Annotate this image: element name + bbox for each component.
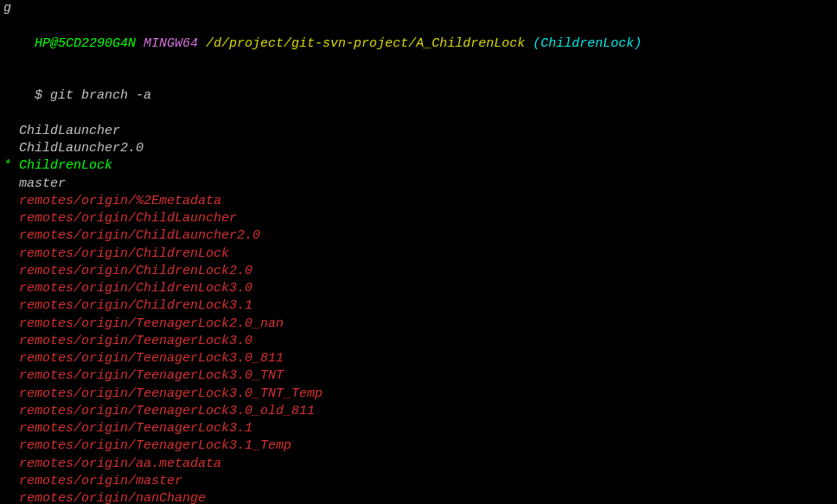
remote-branch-item: remotes/origin/TeenagerLock3.0_TNT [3, 367, 834, 385]
branch-name: remotes/origin/TeenagerLock2.0_nan [19, 316, 284, 331]
remote-branch-item: remotes/origin/TeenagerLock3.0_TNT_Temp [3, 386, 834, 403]
branch-name: remotes/origin/master [19, 474, 182, 488]
remote-branch-item: remotes/origin/TeenagerLock3.1_Temp [3, 437, 834, 455]
local-branch-item: master [3, 175, 834, 193]
command-text: git branch -a [50, 88, 151, 103]
remote-branch-item: remotes/origin/TeenagerLock3.0_811 [3, 350, 834, 367]
branch-marker [3, 175, 19, 193]
branch-indicator: (ChildrenLock) [533, 36, 642, 51]
command-line: $ git branch -a [3, 70, 834, 123]
branch-name: remotes/origin/aa.metadata [19, 456, 221, 471]
prev-output: g [3, 0, 834, 17]
branch-marker [3, 350, 19, 367]
branch-name: ChildLauncher [19, 124, 120, 138]
branch-marker [3, 490, 19, 504]
branch-marker [3, 316, 19, 333]
branch-marker [3, 280, 19, 297]
mingw-label: MINGW64 [144, 36, 198, 51]
branch-marker [3, 403, 19, 420]
branch-name: remotes/origin/ChildrenLock [19, 246, 229, 261]
branch-name: remotes/origin/%2Emetadata [19, 194, 221, 208]
branch-marker [3, 210, 19, 227]
remote-branch-item: remotes/origin/%2Emetadata [3, 193, 834, 210]
prompt-symbol: $ [35, 88, 42, 103]
branch-name: remotes/origin/ChildrenLock3.0 [19, 281, 252, 296]
branch-marker [3, 333, 19, 350]
local-branches-list: ChildLauncher ChildLauncher2.0* Children… [3, 123, 834, 193]
branch-name: remotes/origin/ChildLauncher2.0 [19, 228, 260, 243]
remote-branch-item: remotes/origin/ChildLauncher [3, 210, 834, 227]
branch-name: remotes/origin/ChildrenLock3.1 [19, 298, 252, 313]
remote-branch-item: remotes/origin/TeenagerLock3.0_old_811 [3, 403, 834, 420]
branch-name: ChildLauncher2.0 [19, 141, 144, 156]
branch-marker [3, 367, 19, 385]
remote-branch-item: remotes/origin/ChildrenLock3.1 [3, 297, 834, 315]
branch-name: remotes/origin/ChildrenLock2.0 [19, 264, 252, 278]
remote-branch-item: remotes/origin/TeenagerLock3.0 [3, 333, 834, 350]
branch-marker [3, 246, 19, 263]
user-host: HP@5CD2290G4N [35, 36, 136, 51]
remote-branch-item: remotes/origin/TeenagerLock3.1 [3, 420, 834, 437]
branch-marker [3, 297, 19, 315]
branch-marker [3, 456, 19, 473]
remote-branch-item: remotes/origin/ChildrenLock [3, 246, 834, 263]
remote-branch-item: remotes/origin/nanChange [3, 490, 834, 504]
branch-name: remotes/origin/TeenagerLock3.0_TNT [19, 368, 284, 383]
cwd-path: /d/project/git-svn-project/A_ChildrenLoc… [206, 36, 525, 51]
remote-branch-item: remotes/origin/ChildLauncher2.0 [3, 227, 834, 245]
branch-marker [3, 140, 19, 157]
branch-marker [3, 263, 19, 280]
branch-name: master [19, 176, 66, 191]
remote-branch-item: remotes/origin/master [3, 473, 834, 490]
local-branch-item: ChildLauncher [3, 123, 834, 140]
branch-name: remotes/origin/TeenagerLock3.0_811 [19, 351, 284, 366]
branch-name: ChildrenLock [19, 158, 112, 173]
shell-prompt: HP@5CD2290G4N MINGW64 /d/project/git-svn… [3, 17, 834, 70]
local-branch-item: ChildLauncher2.0 [3, 140, 834, 157]
branch-name: remotes/origin/ChildLauncher [19, 211, 237, 226]
branch-name: remotes/origin/TeenagerLock3.0_TNT_Temp [19, 386, 323, 401]
branch-marker [3, 193, 19, 210]
branch-name: remotes/origin/nanChange [19, 491, 206, 504]
branch-marker [3, 123, 19, 140]
branch-marker [3, 420, 19, 437]
branch-marker [3, 386, 19, 403]
branch-name: remotes/origin/TeenagerLock3.1 [19, 421, 252, 436]
branch-name: remotes/origin/TeenagerLock3.0_old_811 [19, 404, 315, 418]
terminal-output[interactable]: g HP@5CD2290G4N MINGW64 /d/project/git-s… [0, 0, 837, 504]
branch-marker: * [3, 157, 19, 175]
local-branch-item: * ChildrenLock [3, 157, 834, 175]
branch-marker [3, 437, 19, 455]
branch-marker [3, 473, 19, 490]
remote-branch-item: remotes/origin/TeenagerLock2.0_nan [3, 316, 834, 333]
remote-branch-item: remotes/origin/aa.metadata [3, 456, 834, 473]
branch-name: remotes/origin/TeenagerLock3.1_Temp [19, 438, 291, 453]
remote-branch-item: remotes/origin/ChildrenLock3.0 [3, 280, 834, 297]
remote-branch-item: remotes/origin/ChildrenLock2.0 [3, 263, 834, 280]
remote-branches-list: remotes/origin/%2Emetadata remotes/origi… [3, 193, 834, 504]
branch-name: remotes/origin/TeenagerLock3.0 [19, 334, 252, 348]
branch-marker [3, 227, 19, 245]
